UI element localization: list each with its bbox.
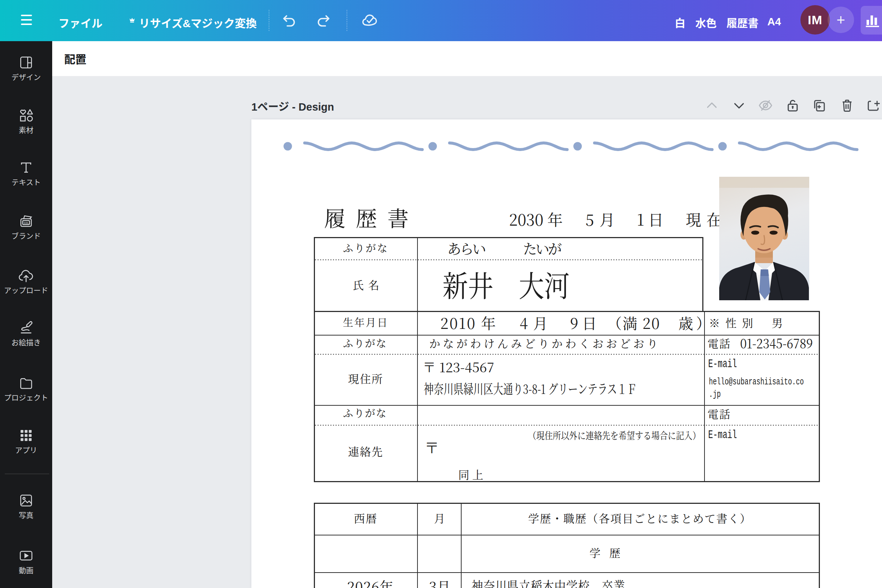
svg-text:CO.: CO.	[24, 221, 29, 225]
